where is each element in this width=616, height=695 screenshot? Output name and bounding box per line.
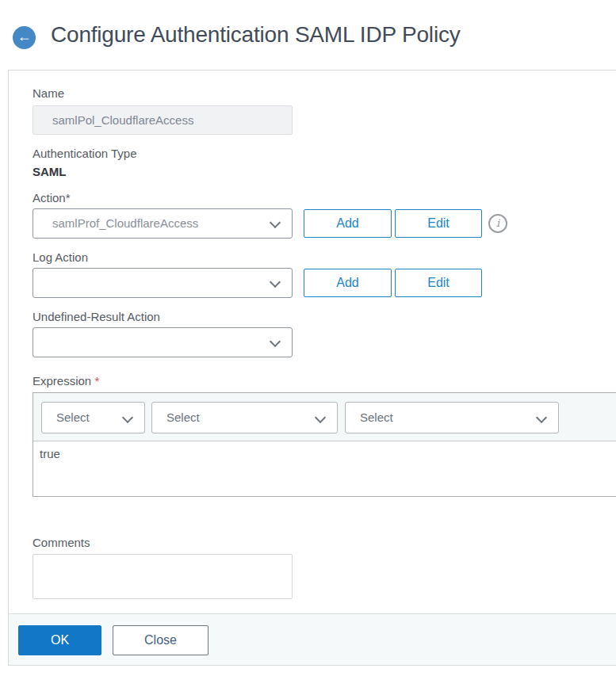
- comments-label: Comments: [33, 536, 90, 549]
- expression-label: Expression *: [33, 374, 99, 388]
- back-arrow-icon: ←: [13, 26, 36, 49]
- chevron-down-icon: [270, 336, 281, 347]
- name-label: Name: [33, 86, 64, 100]
- undefined-result-action-select[interactable]: [33, 327, 293, 357]
- expression-select-3-placeholder: Select: [360, 403, 393, 433]
- form-footer: OK Close: [9, 613, 616, 665]
- form-panel: Name Authentication Type SAML Action* sa…: [8, 70, 616, 666]
- chevron-down-icon: [315, 412, 326, 423]
- chevron-down-icon: [270, 277, 281, 288]
- chevron-down-icon: [122, 412, 133, 423]
- expression-toolbar: Select Select Select: [33, 393, 616, 441]
- action-add-button[interactable]: Add: [304, 209, 392, 238]
- action-edit-button[interactable]: Edit: [395, 209, 482, 238]
- page-title: Configure Authentication SAML IDP Policy: [51, 22, 461, 48]
- action-select[interactable]: samlProf_CloudflareAccess: [33, 208, 293, 239]
- ok-button[interactable]: OK: [18, 625, 101, 655]
- expression-select-3[interactable]: Select: [345, 402, 559, 433]
- action-label: Action*: [33, 191, 71, 204]
- expression-editor: Select Select Select true: [33, 392, 616, 497]
- undefined-result-action-label: Undefined-Result Action: [33, 310, 160, 323]
- expression-select-1-placeholder: Select: [56, 403, 90, 433]
- auth-type-label: Authentication Type: [33, 147, 136, 160]
- log-action-select[interactable]: [33, 268, 293, 298]
- name-input[interactable]: [33, 105, 293, 135]
- log-action-label: Log Action: [33, 250, 88, 264]
- info-icon[interactable]: i: [488, 214, 507, 233]
- log-action-edit-button[interactable]: Edit: [395, 269, 482, 297]
- close-button[interactable]: Close: [113, 625, 209, 655]
- expression-select-2-placeholder: Select: [166, 403, 200, 433]
- auth-type-value: SAML: [33, 165, 67, 178]
- configure-saml-idp-policy-page: ← Configure Authentication SAML IDP Poli…: [0, 0, 616, 695]
- page-header: ← Configure Authentication SAML IDP Poli…: [0, 0, 616, 70]
- chevron-down-icon: [270, 217, 281, 228]
- required-asterisk: *: [94, 374, 99, 388]
- log-action-add-button[interactable]: Add: [304, 269, 392, 297]
- expression-select-1[interactable]: Select: [41, 402, 145, 433]
- back-button[interactable]: ←: [13, 26, 36, 49]
- expression-text-area-wrap: true: [33, 442, 616, 497]
- expression-select-2[interactable]: Select: [151, 402, 338, 433]
- comments-input[interactable]: [33, 554, 293, 599]
- action-select-value: samlProf_CloudflareAccess: [52, 209, 198, 238]
- chevron-down-icon: [536, 412, 547, 423]
- expression-input[interactable]: true: [33, 442, 616, 497]
- expression-label-text: Expression: [33, 374, 91, 388]
